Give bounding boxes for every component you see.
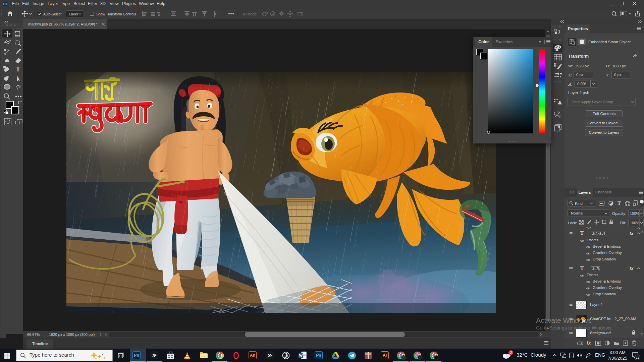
- svg-text:T: T: [16, 65, 20, 73]
